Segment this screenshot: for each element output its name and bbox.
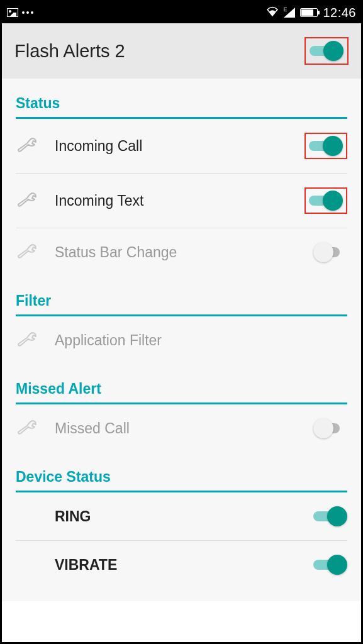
status-bar-change-toggle[interactable] [313, 242, 347, 262]
app-title: Flash Alerts 2 [14, 41, 125, 62]
section-header-filter: Filter [16, 276, 347, 316]
vibrate-toggle[interactable] [313, 555, 347, 575]
signal-icon: E [284, 8, 295, 18]
wrench-icon [16, 191, 40, 211]
android-statusbar: E 12:46 [2, 2, 361, 23]
incoming-call-toggle[interactable] [309, 136, 343, 156]
missed-call-toggle[interactable] [313, 418, 347, 438]
row-label: Application Filter [55, 332, 162, 349]
row-application-filter[interactable]: Application Filter [16, 316, 347, 364]
wrench-icon [16, 242, 40, 262]
settings-content: Status Incoming Call Incoming Text [2, 79, 361, 601]
section-filter: Filter Application Filter [2, 276, 361, 364]
wrench-icon [16, 418, 40, 438]
row-incoming-text[interactable]: Incoming Text [16, 174, 347, 228]
master-toggle[interactable] [310, 41, 343, 61]
row-label: Incoming Call [55, 138, 142, 155]
section-header-device: Device Status [16, 452, 347, 492]
ring-toggle[interactable] [313, 506, 347, 526]
app-header: Flash Alerts 2 [2, 23, 361, 79]
wrench-icon [16, 136, 40, 156]
row-status-bar-change[interactable]: Status Bar Change [16, 228, 347, 276]
more-notifications-icon [22, 11, 33, 14]
wrench-icon [16, 330, 40, 350]
row-label: Missed Call [55, 420, 130, 437]
section-header-status: Status [16, 79, 347, 119]
incoming-text-toggle[interactable] [309, 191, 343, 211]
battery-icon [300, 8, 318, 17]
highlight-box [304, 187, 347, 214]
image-notification-icon [7, 8, 18, 17]
row-missed-call[interactable]: Missed Call [16, 404, 347, 452]
section-header-missed: Missed Alert [16, 364, 347, 404]
row-label: Status Bar Change [55, 244, 177, 261]
row-label: VIBRATE [55, 557, 117, 574]
row-ring[interactable]: RING [16, 492, 347, 541]
section-device-status: Device Status RING VIBRATE [2, 452, 361, 589]
section-missed-alert: Missed Alert Missed Call [2, 364, 361, 452]
row-vibrate[interactable]: VIBRATE [16, 541, 347, 589]
row-label: RING [55, 508, 91, 525]
highlight-box [304, 133, 347, 159]
section-status: Status Incoming Call Incoming Text [2, 79, 361, 276]
statusbar-clock: 12:46 [323, 6, 356, 20]
wifi-icon [266, 6, 279, 19]
row-label: Incoming Text [55, 192, 143, 209]
highlight-box [304, 37, 349, 65]
row-incoming-call[interactable]: Incoming Call [16, 119, 347, 174]
